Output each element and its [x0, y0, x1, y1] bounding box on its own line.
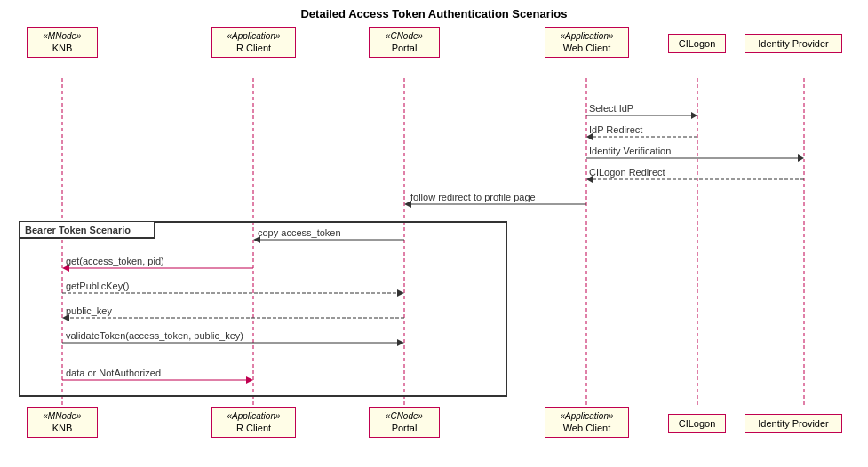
knb-stereotype-top: «MNode»	[33, 30, 92, 42]
cilogon-name-bottom: CILogon	[674, 417, 720, 430]
lifeline-rclient-top: «Application» R Client	[211, 27, 296, 58]
webclient-name-top: Web Client	[551, 42, 623, 54]
lifeline-rclient-bottom: «Application» R Client	[211, 407, 296, 438]
knb-name-bottom: KNB	[33, 422, 92, 434]
svg-text:public_key: public_key	[66, 305, 112, 316]
svg-text:IdP Redirect: IdP Redirect	[589, 124, 642, 135]
svg-marker-16	[586, 176, 593, 183]
svg-marker-39	[397, 339, 404, 346]
webclient-stereotype-bottom: «Application»	[551, 410, 623, 422]
svg-marker-19	[404, 201, 411, 208]
idp-name-top: Identity Provider	[751, 37, 836, 50]
svg-text:getPublicKey(): getPublicKey()	[66, 281, 130, 291]
svg-text:CILogon Redirect: CILogon Redirect	[589, 167, 665, 178]
rclient-name-top: R Client	[218, 42, 290, 54]
rclient-stereotype-top: «Application»	[218, 30, 290, 42]
knb-name-top: KNB	[33, 42, 92, 54]
sequence-diagram-svg: Select IdP IdP Redirect Identity Verific…	[0, 0, 868, 467]
lifeline-portal-top: «CNode» Portal	[369, 27, 440, 58]
svg-text:follow redirect to profile pag: follow redirect to profile page	[410, 192, 536, 202]
svg-marker-27	[253, 236, 260, 243]
rclient-stereotype-bottom: «Application»	[218, 410, 290, 422]
svg-rect-21	[20, 222, 506, 396]
idp-name-bottom: Identity Provider	[751, 417, 836, 430]
lifeline-knb-bottom: «MNode» KNB	[27, 407, 98, 438]
lifeline-idp-top: Identity Provider	[745, 34, 842, 53]
svg-text:data or NotAuthorized: data or NotAuthorized	[66, 368, 161, 378]
lifeline-webclient-top: «Application» Web Client	[545, 27, 629, 58]
diagram-title: Detailed Access Token Authentication Sce…	[0, 0, 868, 24]
portal-stereotype-top: «CNode»	[375, 30, 434, 42]
portal-name-bottom: Portal	[375, 422, 434, 434]
knb-stereotype-bottom: «MNode»	[33, 410, 92, 422]
rclient-name-bottom: R Client	[218, 422, 290, 434]
svg-text:Bearer Token Scenario: Bearer Token Scenario	[25, 225, 131, 235]
cilogon-name-top: CILogon	[674, 37, 720, 50]
svg-marker-36	[62, 314, 69, 321]
svg-text:Identity Verification: Identity Verification	[589, 146, 671, 156]
lifeline-cilogon-top: CILogon	[668, 34, 726, 53]
svg-marker-7	[691, 112, 697, 119]
svg-text:copy access_token: copy access_token	[258, 227, 341, 238]
lifeline-cilogon-bottom: CILogon	[668, 414, 726, 433]
svg-text:get(access_token, pid): get(access_token, pid)	[66, 256, 164, 266]
lifeline-knb-top: «MNode» KNB	[27, 27, 98, 58]
webclient-stereotype-top: «Application»	[551, 30, 623, 42]
lifeline-webclient-bottom: «Application» Web Client	[545, 407, 629, 438]
portal-name-top: Portal	[375, 42, 434, 54]
svg-marker-13	[798, 154, 804, 162]
svg-marker-42	[246, 376, 253, 384]
svg-text:validateToken(access_token, pu: validateToken(access_token, public_key)	[66, 330, 243, 341]
portal-stereotype-bottom: «CNode»	[375, 410, 434, 422]
svg-marker-30	[62, 265, 69, 272]
svg-rect-22	[20, 222, 155, 238]
diagram: Detailed Access Token Authentication Sce…	[0, 0, 868, 467]
svg-marker-10	[586, 133, 593, 140]
webclient-name-bottom: Web Client	[551, 422, 623, 434]
svg-marker-33	[397, 289, 404, 297]
lifeline-portal-bottom: «CNode» Portal	[369, 407, 440, 438]
svg-text:Select IdP: Select IdP	[589, 103, 633, 114]
lifeline-idp-bottom: Identity Provider	[745, 414, 842, 433]
